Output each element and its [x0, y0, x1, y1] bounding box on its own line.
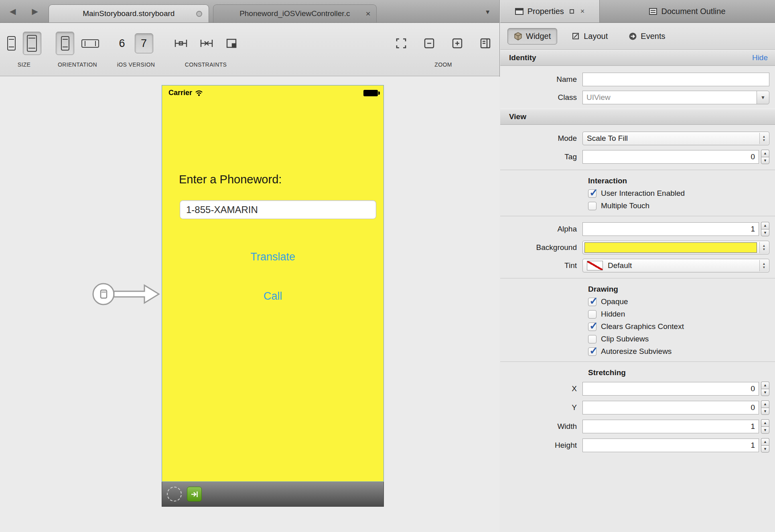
size-iphone-icon[interactable]	[7, 36, 16, 51]
stepper-up-icon[interactable]: ▲	[761, 419, 769, 426]
battery-icon	[363, 90, 378, 96]
background-color-well[interactable]: ▲▼	[582, 241, 769, 254]
stepper-down-icon[interactable]: ▼	[761, 157, 769, 164]
opaque-row: ✓ Opaque	[588, 297, 775, 306]
orientation-portrait-button[interactable]	[56, 32, 74, 55]
no-color-swatch-icon	[587, 261, 603, 270]
clears-graphics-checkbox[interactable]: ✓	[588, 323, 596, 331]
initial-view-controller-arrow[interactable]	[90, 276, 162, 313]
ios-version-group: 6 7 iOS VERSION	[110, 26, 162, 68]
zoom-group: ZOOM	[383, 26, 503, 68]
alpha-stepper[interactable]: ▲▼	[761, 222, 769, 236]
class-dropdown-icon[interactable]: ▼	[757, 91, 769, 104]
zoom-in-icon[interactable]	[451, 37, 463, 49]
textfield-value: 1-855-XAMARIN	[186, 204, 258, 215]
uiview-root[interactable]: Carrier Enter a Phoneword: 1-855-XAMARIN…	[162, 85, 384, 482]
phoneword-label[interactable]: Enter a Phoneword:	[179, 173, 282, 186]
stretch-height-label: Height	[500, 441, 582, 450]
stepper-down-icon[interactable]: ▼	[761, 229, 769, 237]
layout-tab[interactable]: Layout	[566, 28, 614, 44]
stepper-up-icon[interactable]: ▲	[761, 382, 769, 389]
autoresize-checkbox[interactable]: ✓	[588, 347, 596, 356]
hidden-checkbox[interactable]	[588, 310, 596, 319]
size-iphone-selected-button[interactable]	[23, 32, 41, 55]
stretch-y-stepper[interactable]: ▲▼	[761, 400, 769, 415]
stepper-down-icon[interactable]: ▼	[761, 445, 769, 453]
storyboard-canvas[interactable]: Carrier Enter a Phoneword: 1-855-XAMARIN…	[0, 77, 500, 532]
stretch-width-stepper[interactable]: ▲▼	[761, 419, 769, 434]
tab-document-outline[interactable]: Document Outline	[600, 0, 775, 22]
designer-toolbar: SIZE ORIENTATION 6 7 iOS VERSION	[0, 23, 499, 76]
tab-mainstoryboard[interactable]: MainStoryboard.storyboard	[49, 4, 209, 22]
stepper-up-icon[interactable]: ▲	[761, 438, 769, 445]
multiple-touch-checkbox[interactable]	[588, 202, 596, 210]
stepper-up-icon[interactable]: ▲	[761, 400, 769, 408]
tag-input[interactable]	[582, 150, 759, 164]
hide-link[interactable]: Hide	[752, 53, 768, 62]
stretch-height-stepper[interactable]: ▲▼	[761, 438, 769, 453]
properties-panel: Properties × Document Outline Widget La	[500, 0, 775, 532]
multiple-touch-label: Multiple Touch	[601, 201, 649, 210]
stepper-down-icon[interactable]: ▼	[761, 426, 769, 434]
zoom-out-icon[interactable]	[423, 37, 435, 49]
navigation-arrows: ◀ ▶	[0, 6, 49, 22]
call-button[interactable]: Call	[162, 290, 383, 303]
tab-list-dropdown-icon[interactable]: ▼	[485, 8, 491, 15]
carrier-label: Carrier	[168, 89, 192, 97]
stepper-down-icon[interactable]: ▼	[761, 408, 769, 415]
forward-button[interactable]: ▶	[32, 6, 38, 16]
tag-stepper[interactable]: ▲▼	[761, 150, 769, 164]
alpha-input[interactable]	[582, 222, 759, 236]
stretch-x-stepper[interactable]: ▲▼	[761, 382, 769, 396]
stepper-up-icon[interactable]: ▲	[761, 150, 769, 157]
phoneword-textfield[interactable]: 1-855-XAMARIN	[180, 200, 376, 219]
stretch-x-input[interactable]	[582, 382, 759, 396]
class-input[interactable]	[582, 91, 757, 104]
stretch-y-label: Y	[500, 403, 582, 412]
tab-title: MainStoryboard.storyboard	[83, 9, 174, 18]
mode-popup[interactable]: Scale To Fill ▲▼	[582, 132, 769, 145]
events-tab[interactable]: Events	[623, 28, 671, 44]
separator	[500, 361, 775, 362]
exit-segue-icon[interactable]	[187, 487, 202, 502]
stretch-width-input[interactable]	[582, 420, 759, 433]
close-panel-icon[interactable]: ×	[580, 7, 585, 16]
name-input[interactable]	[582, 73, 769, 86]
actual-size-icon[interactable]	[479, 37, 491, 49]
translate-button[interactable]: Translate	[162, 251, 383, 263]
tab-viewcontroller-code[interactable]: Phoneword_iOSViewController.c ×	[213, 4, 377, 22]
identity-header-label: Identity	[509, 53, 536, 62]
landscape-icon[interactable]	[81, 39, 99, 48]
opaque-label: Opaque	[601, 297, 628, 306]
pin-width-constraint-icon[interactable]	[174, 38, 188, 49]
remove-constraint-icon[interactable]	[199, 38, 214, 49]
tab-properties[interactable]: Properties ×	[500, 0, 600, 22]
stepper-up-icon[interactable]: ▲	[761, 222, 769, 229]
ios6-button[interactable]: 6	[119, 37, 125, 50]
cube-icon	[514, 32, 522, 41]
tint-popup[interactable]: Default ▲▼	[582, 259, 769, 272]
view-controller[interactable]: Carrier Enter a Phoneword: 1-855-XAMARIN…	[162, 85, 384, 507]
fullscreen-icon[interactable]	[395, 37, 407, 49]
background-label: Background	[500, 243, 582, 252]
widget-tab[interactable]: Widget	[507, 28, 557, 45]
frame-constraint-icon[interactable]	[225, 38, 238, 49]
stretch-y-input[interactable]	[582, 401, 759, 414]
opaque-checkbox[interactable]: ✓	[588, 298, 596, 306]
back-button[interactable]: ◀	[10, 6, 16, 16]
detach-panel-icon[interactable]	[570, 9, 574, 14]
ios7-button-selected[interactable]: 7	[135, 33, 153, 53]
close-tab-icon[interactable]: ×	[366, 9, 371, 18]
tag-label: Tag	[500, 152, 582, 161]
autoresize-label: Autoresize Subviews	[601, 347, 672, 356]
portrait-icon	[61, 36, 69, 51]
user-interaction-checkbox[interactable]: ✓	[588, 189, 596, 198]
alpha-row: Alpha ▲▼	[500, 222, 769, 236]
stepper-down-icon[interactable]: ▼	[761, 389, 769, 396]
identity-section-header: Identity Hide	[500, 50, 775, 66]
view-controller-icon[interactable]	[167, 487, 182, 502]
stretch-height-input[interactable]	[582, 439, 759, 452]
clip-subviews-checkbox[interactable]	[588, 335, 596, 343]
inspector-tab-bar: Properties × Document Outline	[500, 0, 775, 23]
check-icon: ✓	[589, 345, 598, 357]
